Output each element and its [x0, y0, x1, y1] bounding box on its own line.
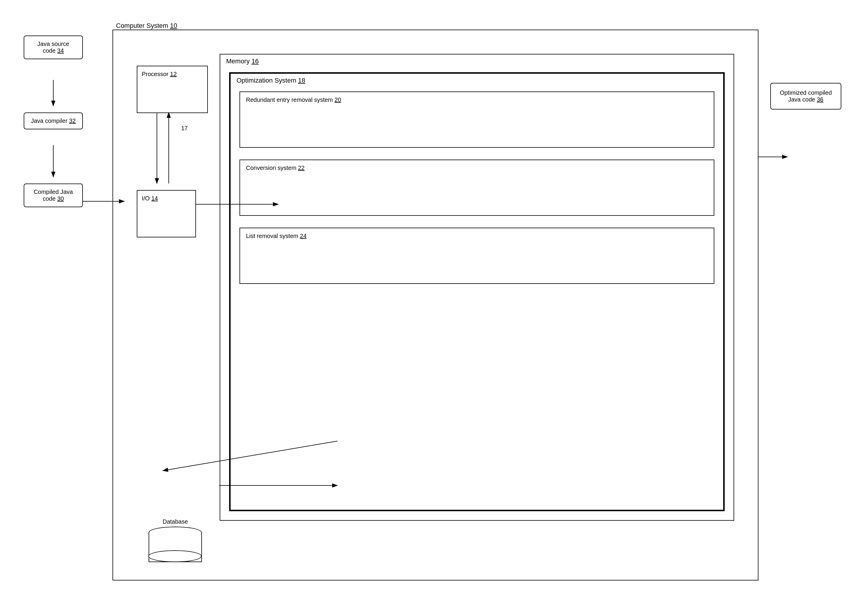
io-label: I/O 14 — [142, 195, 158, 201]
compiled-java-label: Compiled Java code 30 — [34, 189, 73, 202]
processor-box: Processor 12 — [137, 66, 208, 113]
java-compiler-box: Java compiler 32 — [24, 113, 83, 129]
processor-label: Processor 12 — [142, 71, 177, 77]
list-removal-box: List removal system 24 — [240, 228, 714, 284]
java-compiler-label: Java compiler 32 — [31, 118, 75, 124]
redundant-entry-box: Redundant entry removal system 20 — [240, 91, 714, 148]
optimization-system-label: Optimization System 18 — [237, 77, 305, 84]
database-label: Database — [149, 518, 202, 525]
java-source-box: Java source code 34 — [24, 36, 83, 59]
conversion-system-box: Conversion system 22 — [240, 160, 714, 216]
compiled-java-box: Compiled Java code 30 — [24, 184, 83, 207]
java-source-label: Java source code 34 — [37, 41, 69, 54]
redundant-entry-label: Redundant entry removal system 20 — [246, 96, 341, 103]
diagram-container: Computer System 10 Memory 16 Optimizatio… — [12, 12, 853, 604]
bus-label: 17 — [181, 125, 188, 132]
conversion-system-label: Conversion system 22 — [246, 165, 305, 171]
optimization-system-box: Optimization System 18 Redundant entry r… — [229, 72, 725, 511]
optimized-compiled-box: Optimized compiled Java code 36 — [770, 83, 841, 110]
database-cylinder — [149, 526, 202, 562]
database-container: Database — [149, 518, 202, 562]
memory-label: Memory 16 — [226, 57, 259, 65]
optimized-compiled-label: Optimized compiled Java code 36 — [780, 90, 832, 103]
list-removal-label: List removal system 24 — [246, 233, 307, 239]
io-box: I/O 14 — [137, 190, 196, 237]
computer-system-label: Computer System 10 — [116, 22, 177, 30]
memory-box: Memory 16 Optimization System 18 Redunda… — [220, 54, 734, 521]
computer-system-box: Computer System 10 Memory 16 Optimizatio… — [113, 30, 758, 580]
